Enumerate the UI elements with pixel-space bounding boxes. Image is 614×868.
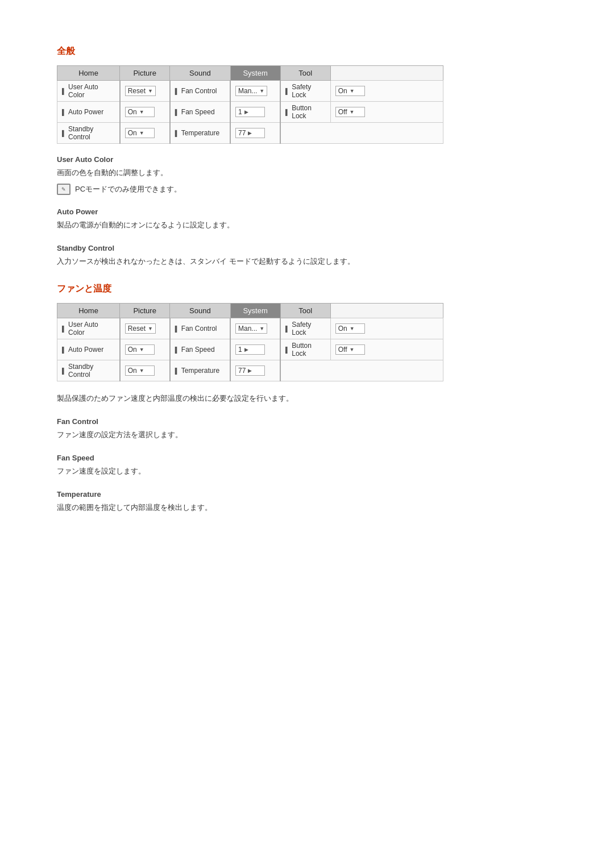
row-label: User Auto Color bbox=[62, 321, 115, 337]
dropdown-arrow: ▼ bbox=[139, 109, 144, 115]
row-label: Auto Power bbox=[62, 346, 115, 354]
dropdown-arrow: ▼ bbox=[350, 88, 355, 94]
fan-speed-control[interactable]: 1 ▶ bbox=[235, 107, 265, 117]
tab-sound-1[interactable]: Sound bbox=[170, 66, 230, 81]
row-label: Button Lock bbox=[285, 342, 326, 358]
table-row: Auto Power On ▼ Fan Speed 1 bbox=[57, 339, 443, 360]
tab-system-2[interactable]: System bbox=[230, 304, 280, 318]
fan-speed-control-2[interactable]: 1 ▶ bbox=[235, 344, 265, 355]
item-desc-intro: 製品保護のためファン速度と内部温度の検出に必要な設定を行います。 bbox=[57, 393, 569, 405]
item-title: Fan Speed bbox=[57, 454, 569, 462]
row-label: Auto Power bbox=[62, 108, 115, 116]
item-desc: ファン速度を設定します。 bbox=[57, 466, 569, 477]
dropdown-arrow: ▼ bbox=[139, 368, 144, 373]
item-desc: 入力ソースが検出されなかったときは、スタンバイ モードで起動するように設定します… bbox=[57, 256, 569, 268]
button-lock-control[interactable]: Off ▼ bbox=[335, 107, 365, 117]
item-title: Auto Power bbox=[57, 207, 569, 216]
right-arrow: ▶ bbox=[244, 109, 248, 115]
item-desc: 温度の範囲を指定して内部温度を検出します。 bbox=[57, 502, 569, 514]
menu-table-general: Home Picture Sound System Tool User Auto… bbox=[57, 65, 443, 144]
item-title: Temperature bbox=[57, 490, 569, 499]
safety-lock-control-2[interactable]: On ▼ bbox=[335, 323, 365, 334]
pc-note: ✎ PCモードでのみ使用できます。 bbox=[57, 184, 569, 195]
user-auto-color-control-2[interactable]: Reset ▼ bbox=[125, 323, 156, 334]
tab-tool-2[interactable]: Tool bbox=[280, 304, 330, 318]
row-label: Button Lock bbox=[285, 104, 326, 120]
item-desc: 製品の電源が自動的にオンになるように設定します。 bbox=[57, 219, 569, 231]
desc-fan-control: Fan Control ファン速度の設定方法を選択します。 bbox=[57, 417, 569, 441]
table-row: Auto Power On ▼ Fan Speed 1 bbox=[57, 102, 443, 123]
section-title-fan-temp: ファンと温度 bbox=[57, 283, 569, 295]
row-label: Standby Control bbox=[62, 125, 115, 141]
fan-temp-intro: 製品保護のためファン速度と内部温度の検出に必要な設定を行います。 bbox=[57, 393, 569, 405]
row-label: Safety Lock bbox=[285, 321, 326, 337]
tab-tool-1[interactable]: Tool bbox=[280, 66, 330, 81]
safety-lock-control[interactable]: On ▼ bbox=[335, 86, 365, 96]
item-title: User Auto Color bbox=[57, 155, 569, 164]
desc-auto-power: Auto Power 製品の電源が自動的にオンになるように設定します。 bbox=[57, 207, 569, 231]
item-desc: 画面の色を自動的に調整します。 bbox=[57, 167, 569, 179]
dropdown-arrow: ▼ bbox=[139, 347, 144, 352]
dropdown-arrow: ▼ bbox=[148, 88, 153, 94]
row-label: Fan Control bbox=[175, 87, 225, 95]
tab-sound-2[interactable]: Sound bbox=[170, 304, 230, 318]
user-auto-color-control[interactable]: Reset ▼ bbox=[125, 86, 156, 96]
row-label: Standby Control bbox=[62, 363, 115, 379]
temperature-control[interactable]: 77 ▶ bbox=[235, 128, 265, 138]
tab-picture-2[interactable]: Picture bbox=[120, 304, 170, 318]
fan-control-control-2[interactable]: Man... ▼ bbox=[235, 323, 267, 334]
dropdown-arrow: ▼ bbox=[259, 326, 264, 331]
auto-power-control-2[interactable]: On ▼ bbox=[125, 344, 155, 355]
right-arrow: ▶ bbox=[248, 130, 252, 136]
right-arrow: ▶ bbox=[248, 368, 252, 373]
pc-mode-icon: ✎ bbox=[57, 184, 70, 195]
row-label: Fan Speed bbox=[175, 346, 225, 354]
desc-standby-control: Standby Control 入力ソースが検出されなかったときは、スタンバイ … bbox=[57, 244, 569, 268]
temperature-control-2[interactable]: 77 ▶ bbox=[235, 366, 265, 376]
row-label: Safety Lock bbox=[285, 83, 326, 99]
dropdown-arrow: ▼ bbox=[350, 326, 355, 331]
row-label: User Auto Color bbox=[62, 83, 115, 99]
dropdown-arrow: ▼ bbox=[350, 109, 355, 115]
item-title: Standby Control bbox=[57, 244, 569, 252]
desc-fan-speed: Fan Speed ファン速度を設定します。 bbox=[57, 454, 569, 477]
standby-control-control-2[interactable]: On ▼ bbox=[125, 366, 155, 376]
section-title-general: 全般 bbox=[57, 45, 569, 57]
dropdown-arrow: ▼ bbox=[350, 347, 355, 352]
tab-home-1[interactable]: Home bbox=[57, 66, 120, 81]
tab-picture-1[interactable]: Picture bbox=[120, 66, 170, 81]
desc-temperature: Temperature 温度の範囲を指定して内部温度を検出します。 bbox=[57, 490, 569, 514]
auto-power-control[interactable]: On ▼ bbox=[125, 107, 155, 117]
tab-system-1[interactable]: System bbox=[230, 66, 280, 81]
dropdown-arrow: ▼ bbox=[148, 326, 153, 331]
item-desc: ファン速度の設定方法を選択します。 bbox=[57, 429, 569, 441]
right-arrow: ▶ bbox=[244, 347, 248, 352]
fan-control-control[interactable]: Man... ▼ bbox=[235, 86, 267, 96]
button-lock-control-2[interactable]: Off ▼ bbox=[335, 344, 365, 355]
row-label: Fan Control bbox=[175, 325, 225, 333]
standby-control-control[interactable]: On ▼ bbox=[125, 128, 155, 138]
table-row: Standby Control On ▼ Temperature 77 bbox=[57, 360, 443, 381]
table-row: User Auto Color Reset ▼ Fan Control Man.… bbox=[57, 318, 443, 339]
tab-home-2[interactable]: Home bbox=[57, 304, 120, 318]
row-label: Fan Speed bbox=[175, 108, 225, 116]
row-label: Temperature bbox=[175, 367, 225, 375]
row-label: Temperature bbox=[175, 129, 225, 137]
item-title: Fan Control bbox=[57, 417, 569, 426]
menu-table-fan-temp: Home Picture Sound System Tool User Auto… bbox=[57, 303, 443, 381]
dropdown-arrow: ▼ bbox=[259, 88, 264, 94]
desc-user-auto-color: User Auto Color 画面の色を自動的に調整します。 ✎ PCモードで… bbox=[57, 155, 569, 195]
dropdown-arrow: ▼ bbox=[139, 130, 144, 136]
table-row: Standby Control On ▼ Temperature 77 bbox=[57, 123, 443, 144]
table-row: User Auto Color Reset ▼ Fan Control Man.… bbox=[57, 81, 443, 102]
